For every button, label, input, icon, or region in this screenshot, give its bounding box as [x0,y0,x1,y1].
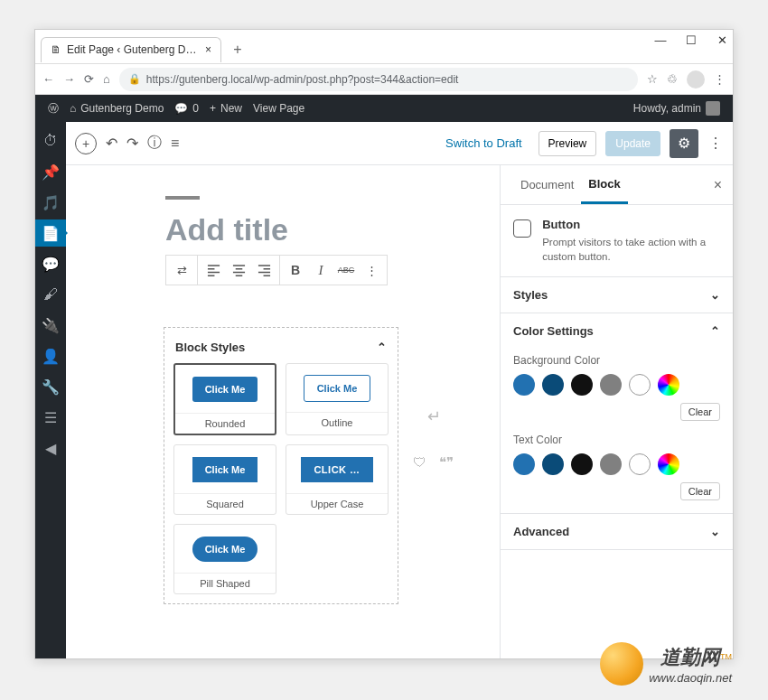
color-swatch[interactable] [513,374,535,396]
update-button[interactable]: Update [605,131,660,156]
browser-tab[interactable]: 🗎 Edit Page ‹ Gutenberg Demo — \ × [41,37,221,62]
close-window-button[interactable]: ✕ [715,33,729,47]
color-swatch-none[interactable] [629,453,651,475]
advanced-panel-toggle[interactable]: Advanced ⌄ [501,514,733,549]
style-option-upper[interactable]: CLICK …Upper Case [286,444,389,515]
block-description: Prompt visitors to take action with a cu… [542,235,720,264]
custom-color-picker[interactable] [658,374,679,396]
tab-block[interactable]: Block [581,165,627,204]
home-icon: ⌂ [70,102,76,115]
browser-urlbar: ← → ⟳ ⌂ 🔒 https://gutenberg.local/wp-adm… [35,64,733,95]
menu-comments[interactable]: 💬 [35,250,66,277]
menu-plugins[interactable]: 🔌 [35,312,66,339]
color-panel-toggle[interactable]: Color Settings ⌃ [501,313,733,349]
howdy-user[interactable]: Howdy, admin [628,101,726,116]
back-button[interactable]: ← [42,72,54,86]
sample-button: Click Me [192,537,258,562]
color-swatch[interactable] [542,374,564,396]
menu-collapse[interactable]: ◀ [35,434,66,462]
align-left-icon[interactable] [203,260,223,280]
content-info-button[interactable]: ⓘ [147,134,162,153]
tab-document[interactable]: Document [513,165,581,204]
color-swatch[interactable] [571,374,593,396]
reload-button[interactable]: ⟳ [84,72,94,86]
privacy-icon[interactable]: 🛡 [413,454,426,471]
menu-appearance[interactable]: 🖌 [35,281,66,308]
redo-button[interactable]: ↷ [126,135,138,152]
insert-paragraph-icon[interactable]: ↵ [427,406,441,426]
styles-panel-toggle[interactable]: Styles ⌄ [501,277,733,313]
color-swatch-none[interactable] [629,374,651,396]
clear-text-button[interactable]: Clear [680,482,720,500]
new-tab-button[interactable]: + [227,39,248,61]
editor-canvas[interactable]: Add title ⇄ B I ABC ⋮ [66,165,500,658]
sample-button: Click Me [192,377,258,402]
sample-button: Click Me [192,457,258,482]
style-option-pill[interactable]: Click MePill Shaped [173,524,276,594]
menu-posts[interactable]: 📌 [35,158,66,185]
style-label: Squared [174,494,276,514]
style-option-outline[interactable]: Click MeOutline [286,363,389,435]
preview-button[interactable]: Preview [539,131,597,156]
view-page-link[interactable]: View Page [248,102,310,115]
block-toolbar: ⇄ B I ABC ⋮ [165,255,388,285]
button-block-icon [513,219,531,238]
maximize-button[interactable]: ☐ [684,33,698,47]
style-label: Pill Shaped [174,574,276,593]
home-button[interactable]: ⌂ [103,72,110,86]
browser-menu-icon[interactable]: ⋮ [714,72,726,86]
profile-icon[interactable] [687,70,705,89]
strikethrough-button[interactable]: ABC [336,260,356,280]
separator-block[interactable] [165,196,200,200]
sample-button: CLICK … [301,457,372,482]
style-option-squared[interactable]: Click MeSquared [173,444,276,515]
align-center-icon[interactable] [229,260,248,280]
forward-button[interactable]: → [63,72,75,86]
color-swatch[interactable] [600,453,622,475]
menu-users[interactable]: 👤 [35,342,66,369]
minimize-button[interactable]: — [653,33,668,47]
block-name: Button [542,218,720,231]
star-icon[interactable]: ☆ [647,72,658,86]
settings-button[interactable]: ⚙ [670,129,698,158]
quote-icon[interactable]: ❝❞ [439,454,454,471]
transform-block-icon[interactable]: ⇄ [172,260,192,280]
custom-color-picker[interactable] [658,453,679,475]
menu-tools[interactable]: 🔧 [35,373,66,400]
text-color-label: Text Color [513,434,720,446]
align-right-icon[interactable] [254,260,274,280]
block-styles-popover: Block Styles ⌃ Click MeRoundedClick MeOu… [164,327,398,604]
comment-icon: 💬 [174,102,188,115]
chevron-up-icon[interactable]: ⌃ [377,341,387,354]
wp-logo[interactable]: ⓦ [42,101,64,117]
lock-icon: 🔒 [128,73,141,85]
close-sidebar-button[interactable]: × [708,177,727,193]
wp-admin-bar: ⓦ ⌂ Gutenberg Demo 💬 0 + New View Page H… [35,95,733,122]
color-swatch[interactable] [600,374,622,396]
menu-media[interactable]: 🎵 [35,189,66,216]
italic-button[interactable]: I [311,260,331,280]
menu-pages[interactable]: 📄 [35,219,66,247]
bold-button[interactable]: B [286,260,305,280]
add-block-button[interactable]: + [75,133,97,154]
menu-settings[interactable]: ☰ [35,404,66,431]
site-name-link[interactable]: ⌂ Gutenberg Demo [64,102,169,115]
post-title-input[interactable]: Add title [165,212,500,247]
switch-to-draft-link[interactable]: Switch to Draft [438,136,529,150]
close-tab-icon[interactable]: × [205,43,211,56]
color-swatch[interactable] [571,453,593,475]
more-options-button[interactable]: ⋮ [707,135,724,152]
recycle-icon[interactable]: ♲ [667,72,678,86]
style-option-rounded[interactable]: Click MeRounded [173,363,276,435]
undo-button[interactable]: ↶ [106,135,117,152]
comments-link[interactable]: 💬 0 [169,102,204,115]
clear-bg-button[interactable]: Clear [680,403,720,421]
settings-sidebar: Document Block × Button Prompt visitors … [500,165,733,658]
color-swatch[interactable] [542,453,564,475]
more-text-options-icon[interactable]: ⋮ [361,260,381,280]
outline-button[interactable]: ≡ [171,135,179,152]
address-bar[interactable]: 🔒 https://gutenberg.local/wp-admin/post.… [119,68,638,91]
color-swatch[interactable] [513,453,535,475]
menu-dashboard[interactable]: ⏱ [35,127,66,154]
new-content-link[interactable]: + New [204,102,248,115]
